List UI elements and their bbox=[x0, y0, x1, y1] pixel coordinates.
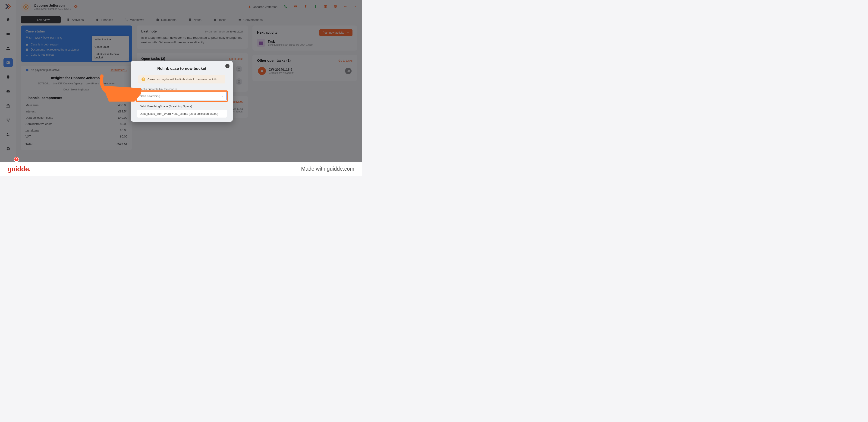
footer: guidde. Made with guidde.com bbox=[0, 162, 362, 176]
modal-title: Relink case to new bucket bbox=[137, 66, 227, 71]
field-label: Select a bucket to link the case to bbox=[137, 88, 227, 90]
options-list: Debt_BreathingSpace (Breathing Space) De… bbox=[137, 103, 227, 117]
option-item[interactable]: Debt_BreathingSpace (Breathing Space) bbox=[137, 103, 227, 110]
chevron-down-icon[interactable] bbox=[219, 92, 226, 100]
made-with: Made with guidde.com bbox=[301, 166, 354, 172]
relink-modal: ✕ Relink case to new bucket ! Cases can … bbox=[131, 61, 233, 122]
notification-badge[interactable]: 6 bbox=[14, 157, 19, 161]
option-item[interactable]: Debt_cases_from_WordPress_clients (Debt … bbox=[137, 110, 227, 117]
close-icon[interactable]: ✕ bbox=[225, 64, 229, 68]
warning-icon: ! bbox=[142, 78, 145, 81]
search-input[interactable] bbox=[137, 92, 219, 100]
modal-alert: ! Cases can only be relinked to buckets … bbox=[138, 75, 225, 83]
bucket-search bbox=[137, 92, 227, 101]
guidde-logo: guidde. bbox=[7, 165, 31, 173]
